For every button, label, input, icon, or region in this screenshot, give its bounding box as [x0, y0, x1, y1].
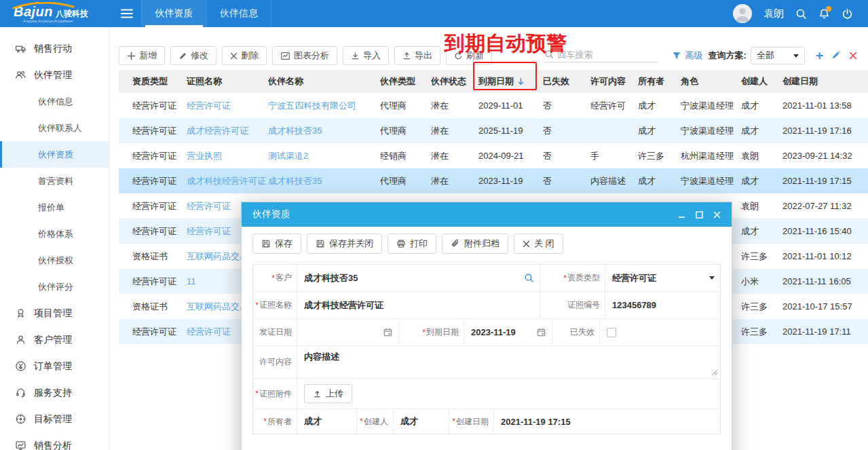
modal-titlebar[interactable]: 伙伴资质	[242, 202, 732, 227]
sort-desc-icon[interactable]	[517, 77, 525, 86]
sidebar-item-2[interactable]: 伙伴管理	[0, 62, 109, 88]
edit-query-plan-icon[interactable]	[831, 51, 841, 60]
toolbar-button-2[interactable]: 修改	[170, 46, 216, 65]
quick-search	[544, 50, 658, 62]
close-icon	[523, 240, 530, 248]
avatar[interactable]	[733, 4, 752, 23]
sidebar-item-1[interactable]: 销售行动	[0, 35, 109, 62]
nav-tab-1[interactable]: 伙伴资质	[141, 0, 206, 27]
table-cell[interactable]: 营业执照	[187, 143, 268, 168]
table-cell[interactable]: 经营许可证	[187, 93, 268, 118]
cell-text: 2021-11-16 15:40	[782, 226, 852, 236]
column-header-1[interactable]: 资质类型	[119, 70, 187, 93]
sidebar-item-4[interactable]: 伙伴联系人	[0, 115, 109, 141]
table-cell[interactable]: 成才科技经营许可证	[187, 168, 268, 193]
sidebar-item-7[interactable]: 报价单	[0, 194, 109, 221]
bell-icon[interactable]	[818, 8, 830, 20]
table-row[interactable]: 经营许可证营业执照测试渠道2经销商潜在2024-09-21否手许三多杭州渠道经理…	[119, 143, 868, 168]
content-textarea[interactable]: 内容描述	[297, 346, 720, 378]
sidebar-item-label: 销售分析	[34, 440, 72, 450]
qual-type-select[interactable]: 经营许可证	[605, 265, 720, 291]
search-input[interactable]	[558, 50, 658, 60]
logo-swoosh-icon	[11, 2, 76, 9]
add-query-plan-icon[interactable]: +	[816, 50, 823, 61]
toolbar-button-1[interactable]: 新增	[119, 46, 165, 65]
modal-toolbar-button-5[interactable]: 关 闭	[514, 233, 563, 254]
query-plan-select[interactable]: 全部	[751, 47, 805, 64]
column-header-6[interactable]: 到期日期	[478, 70, 543, 93]
sidebar-item-label: 首营资料	[38, 175, 73, 187]
table-cell[interactable]: 成才科技否35	[268, 118, 380, 143]
modal-toolbar-button-1[interactable]: 保存	[252, 233, 301, 254]
sidebar-item-11[interactable]: 项目管理	[0, 300, 109, 326]
toolbar-button-5[interactable]: 导入	[343, 46, 389, 65]
close-icon[interactable]	[713, 211, 721, 219]
customer-field[interactable]: 成才科技否35	[297, 265, 540, 291]
lookup-search-icon[interactable]	[524, 273, 534, 283]
invalid-checkbox[interactable]	[607, 328, 616, 337]
cell-text: 潜在	[431, 126, 449, 136]
toolbar-button-6[interactable]: 导出	[394, 46, 440, 65]
column-header-7[interactable]: 已失效	[543, 70, 590, 93]
nav-tab-2[interactable]: 伙伴信息	[206, 0, 271, 27]
toolbar-button-3[interactable]: 删除	[222, 46, 267, 65]
calendar-icon[interactable]	[383, 327, 393, 337]
sidebar-item-8[interactable]: 价格体系	[0, 221, 109, 247]
table-cell[interactable]: 成才科技否35	[268, 168, 380, 193]
hamburger-menu-icon[interactable]	[113, 0, 141, 27]
table-cell: 2021-11-11 16:05	[782, 269, 868, 294]
modal-toolbar-button-4[interactable]: 附件归档	[442, 233, 508, 254]
sidebar-item-6[interactable]: 首营资料	[0, 168, 109, 194]
column-header-2[interactable]: 证照名称	[187, 70, 268, 93]
column-header-12[interactable]: 创建日期	[782, 70, 868, 93]
upload-button[interactable]: 上传	[304, 384, 352, 403]
toolbar-button-4[interactable]: 图表分析	[272, 46, 337, 65]
column-header-5[interactable]: 伙伴状态	[431, 70, 478, 93]
resize-handle-icon[interactable]	[711, 369, 718, 376]
table-cell[interactable]: 测试渠道2	[268, 143, 380, 168]
toolbar-button-label: 新增	[139, 50, 157, 62]
sidebar-item-15[interactable]: 目标管理	[0, 406, 109, 432]
sidebar-item-10[interactable]: 伙伴评分	[0, 274, 109, 300]
sidebar-item-5[interactable]: 伙伴资质	[0, 141, 109, 168]
table-cell[interactable]: 成才经营许可证	[187, 118, 268, 143]
modal-toolbar-button-2[interactable]: 保存并关闭	[307, 233, 382, 254]
column-header-8[interactable]: 许可内容	[590, 70, 638, 93]
owner-field[interactable]: 成才	[297, 409, 356, 434]
table-cell[interactable]: 宁波五四科技有限公司	[268, 93, 380, 118]
funnel-icon[interactable]	[672, 51, 681, 60]
toolbar-button-7[interactable]: 刷新	[446, 46, 492, 65]
sidebar-item-16[interactable]: 销售分析	[0, 432, 109, 450]
sidebar-item-14[interactable]: 服务支持	[0, 379, 109, 406]
table-row[interactable]: 经营许可证成才经营许可证成才科技否35代理商潜在2025-11-19否成才宁波渠…	[119, 118, 868, 143]
column-header-11[interactable]: 创建人	[741, 70, 782, 93]
table-cell: 手	[590, 143, 638, 168]
column-header-9[interactable]: 所有者	[638, 70, 681, 93]
column-header-10[interactable]: 角色	[681, 70, 741, 93]
delete-query-plan-icon[interactable]	[849, 52, 857, 60]
column-header-3[interactable]: 伙伴名称	[268, 70, 380, 93]
sidebar: 销售行动伙伴管理伙伴信息伙伴联系人伙伴资质首营资料报价单价格体系伙伴授权伙伴评分…	[0, 27, 110, 450]
power-icon[interactable]	[842, 8, 853, 20]
maximize-icon[interactable]	[696, 211, 703, 219]
calendar-icon[interactable]	[536, 327, 546, 337]
sidebar-item-12[interactable]: 客户管理	[0, 326, 109, 353]
issue-date-field[interactable]	[297, 319, 398, 345]
table-row[interactable]: 经营许可证经营许可证宁波五四科技有限公司代理商潜在2029-11-01否经营许可…	[119, 93, 868, 118]
sidebar-item-3[interactable]: 伙伴信息	[0, 88, 109, 115]
sidebar-item-9[interactable]: 伙伴授权	[0, 247, 109, 274]
expire-date-field[interactable]: 2023-11-19	[464, 319, 552, 345]
sidebar-item-13[interactable]: 订单管理	[0, 353, 109, 379]
search-icon[interactable]	[795, 8, 807, 20]
order-icon	[15, 360, 26, 372]
user-name[interactable]: 袁朗	[763, 7, 784, 20]
toolbar-buttons: 新增修改删除图表分析导入导出刷新	[119, 46, 492, 65]
minimize-icon[interactable]	[678, 211, 685, 219]
cert-no-field[interactable]: 123456789	[605, 292, 720, 318]
table-row[interactable]: 经营许可证成才科技经营许可证成才科技否35代理商潜在2023-11-19否内容描…	[119, 168, 868, 193]
cert-name-field[interactable]: 成才科技经营许可证	[297, 292, 540, 318]
modal-toolbar-button-3[interactable]: 打印	[388, 233, 436, 254]
column-header-4[interactable]: 伙伴类型	[380, 70, 431, 93]
advanced-link[interactable]: 高级	[685, 50, 703, 62]
table-cell: 宁波渠道经理	[681, 168, 741, 193]
